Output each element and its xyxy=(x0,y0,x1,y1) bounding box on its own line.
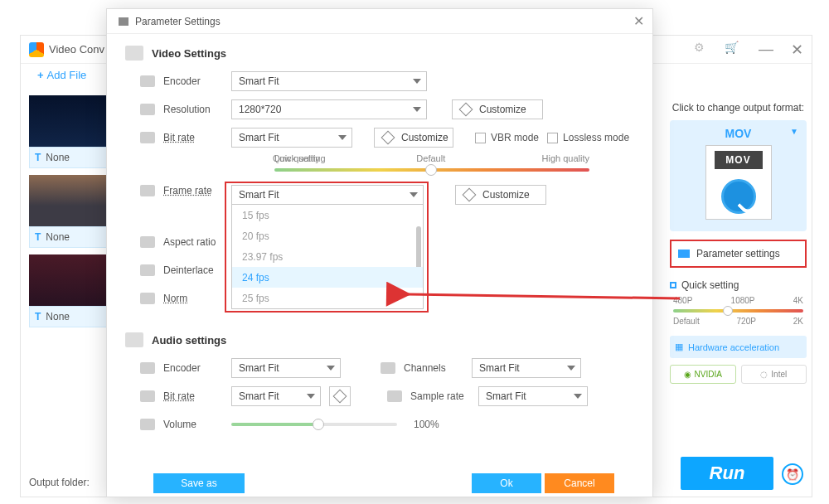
resolution-customize-button[interactable]: Customize xyxy=(452,99,543,119)
nvidia-chip[interactable]: ◉ NVIDIA xyxy=(670,365,736,384)
run-button[interactable]: Run xyxy=(681,457,773,490)
right-panel: Click to change output format: MOV ▼ MOV… xyxy=(670,102,807,384)
audio-encoder-select[interactable]: Smart Fit xyxy=(231,358,341,378)
audio-bitrate-customize-button[interactable] xyxy=(329,386,351,406)
chip-icon: ▦ xyxy=(675,342,683,352)
encoder-value: Smart Fit xyxy=(239,75,279,87)
chevron-down-icon: ▼ xyxy=(790,127,798,136)
bitrate-customize-button[interactable]: Customize xyxy=(374,128,453,148)
modal-title: Parameter Settings xyxy=(135,16,221,27)
framerate-option[interactable]: 15 fps xyxy=(232,205,423,225)
audio-settings-section: Audio settings Encoder Smart Fit Channel… xyxy=(107,314,652,437)
quick-setting-icon xyxy=(670,282,676,288)
quick-setting-slider[interactable] xyxy=(673,309,803,313)
scale-tick: 720P xyxy=(737,317,756,326)
resolution-icon xyxy=(140,104,155,115)
framerate-dropdown-list: 15 fps20 fps23.97 fps24 fps25 fps xyxy=(231,205,424,309)
channels-select[interactable]: Smart Fit xyxy=(472,358,581,378)
quality-slider[interactable] xyxy=(274,168,589,172)
speaker-icon xyxy=(125,332,143,347)
plus-icon: + xyxy=(37,69,44,81)
video-thumbnail[interactable] xyxy=(29,175,109,226)
checkbox-icon xyxy=(547,133,558,143)
save-as-button[interactable]: Save as xyxy=(153,473,245,493)
quality-default-label: Default xyxy=(416,153,445,163)
samplerate-value: Smart Fit xyxy=(486,390,526,402)
cancel-label: Cancel xyxy=(564,477,594,489)
bitrate-value: Smart Fit xyxy=(239,132,279,143)
resolution-select[interactable]: 1280*720 xyxy=(231,99,427,119)
thumbnail-label-row[interactable]: T None xyxy=(29,226,109,248)
framerate-option[interactable]: 20 fps xyxy=(232,225,423,246)
samplerate-select[interactable]: Smart Fit xyxy=(478,386,588,406)
output-format-title: Click to change output format: xyxy=(670,102,807,114)
samplerate-label: Sample rate xyxy=(410,390,470,402)
intel-icon: ◌ xyxy=(760,370,768,379)
framerate-customize-button[interactable]: Customize xyxy=(455,185,546,205)
minimize-button[interactable]: — xyxy=(759,41,771,59)
encoder-label: Encoder xyxy=(163,75,223,87)
app-logo-icon xyxy=(29,42,44,57)
scale-tick: 4K xyxy=(793,296,803,305)
intel-label: Intel xyxy=(771,370,787,379)
output-format-card[interactable]: MOV ▼ MOV xyxy=(670,120,807,231)
output-format-name: MOV xyxy=(670,127,807,140)
thumbnail-label-row[interactable]: T None xyxy=(29,147,109,168)
framerate-option[interactable]: 25 fps xyxy=(232,288,423,308)
pencil-icon xyxy=(333,390,347,404)
chevron-down-icon xyxy=(307,394,315,399)
audio-encoder-label: Encoder xyxy=(163,362,223,374)
app-title: Video Conv xyxy=(49,43,104,56)
framerate-option[interactable]: 24 fps xyxy=(232,267,423,288)
ok-label: Ok xyxy=(500,477,512,489)
video-settings-title: Video Settings xyxy=(152,47,226,60)
intel-chip[interactable]: ◌ Intel xyxy=(741,365,807,384)
pencil-icon xyxy=(381,131,395,145)
modal-footer: Save as Ok Cancel xyxy=(107,472,652,497)
bitrate-select[interactable]: Smart Fit xyxy=(231,128,352,148)
schedule-icon[interactable]: ⏰ xyxy=(782,463,803,485)
volume-percent: 100% xyxy=(414,419,439,430)
resolution-label: Resolution xyxy=(163,104,223,115)
output-folder-label: Output folder: xyxy=(29,477,90,488)
framerate-select[interactable]: Smart Fit xyxy=(231,185,424,205)
close-button[interactable]: ✕ xyxy=(791,41,803,59)
bitrate-label: Bit rate xyxy=(163,132,223,143)
video-settings-section: Video Settings Encoder Smart Fit Resolut… xyxy=(107,34,652,311)
framerate-option[interactable]: 23.97 fps xyxy=(232,246,423,267)
resolution-value: 1280*720 xyxy=(239,104,281,115)
scale-tick: 1080P xyxy=(731,296,755,305)
customize-label: Customize xyxy=(479,104,526,115)
thumb-label-text: None xyxy=(46,311,70,322)
hardware-accel-button[interactable]: ▦ Hardware acceleration xyxy=(670,336,807,358)
quality-caption: Quick setting xyxy=(273,153,326,163)
nvidia-icon: ◉ xyxy=(684,370,691,379)
chevron-down-icon xyxy=(410,192,418,197)
encoder-select[interactable]: Smart Fit xyxy=(231,71,427,91)
lossless-mode-checkbox[interactable]: Lossless mode xyxy=(547,132,629,143)
settings-icon[interactable]: ⚙ xyxy=(694,41,705,59)
thumbnail-label-row[interactable]: T None xyxy=(29,306,109,327)
lossless-label: Lossless mode xyxy=(563,132,629,143)
video-thumbnail[interactable] xyxy=(29,95,109,147)
pencil-icon xyxy=(459,103,473,117)
norm-icon xyxy=(140,293,155,304)
chevron-down-icon xyxy=(338,135,347,140)
channels-label: Channels xyxy=(404,362,463,374)
quick-scale-bottom: Default 720P 2K xyxy=(670,317,807,326)
audio-bitrate-select[interactable]: Smart Fit xyxy=(231,386,321,406)
sliders-icon xyxy=(678,250,690,258)
audio-settings-title: Audio settings xyxy=(152,334,226,346)
ok-button[interactable]: Ok xyxy=(472,473,541,493)
add-file-label: Add File xyxy=(47,69,87,81)
add-file-button[interactable]: + Add File xyxy=(37,69,86,81)
volume-slider[interactable] xyxy=(231,423,397,426)
video-thumbnail[interactable] xyxy=(29,254,109,306)
modal-close-button[interactable]: ✕ xyxy=(633,13,644,29)
parameter-settings-button[interactable]: Parameter settings xyxy=(670,240,807,268)
volume-icon xyxy=(140,419,155,430)
vbr-mode-checkbox[interactable]: VBR mode xyxy=(475,132,539,143)
cancel-button[interactable]: Cancel xyxy=(545,473,614,493)
cart-icon[interactable]: 🛒 xyxy=(725,41,739,59)
format-preview-icon: MOV xyxy=(705,145,772,220)
